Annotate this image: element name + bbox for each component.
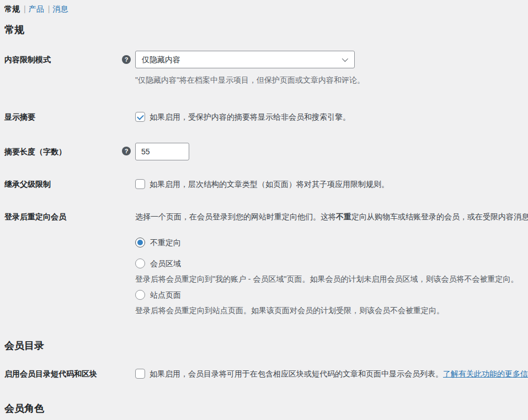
site-page-radio-label: 站点页面	[150, 289, 181, 300]
directory-enable-row: 启用会员目录短代码和区块 如果启用，会员目录将可用于在包含相应区块或短代码的文章…	[4, 368, 528, 379]
redirect-control: 选择一个页面，在会员登录到您的网站时重定向他们。这将不重定向从购物车或结账登录的…	[135, 211, 528, 316]
tab-messages[interactable]: 消息	[52, 4, 68, 13]
members-area-description: 登录后将会员重定向到"我的账户 - 会员区域"页面。如果会员的计划未启用会员区域…	[135, 273, 528, 284]
show-excerpts-text: 如果启用，受保护内容的摘要将显示给非会员和搜索引擎。	[150, 111, 350, 122]
inherit-restrictions-option: 如果启用，层次结构的文章类型（如页面）将对其子项应用限制规则。	[135, 179, 528, 190]
redirect-row: 登录后重定向会员 选择一个页面，在会员登录到您的网站时重定向他们。这将不重定向从…	[4, 211, 528, 316]
inherit-restrictions-checkbox[interactable]	[135, 179, 145, 189]
show-excerpts-control: 如果启用，受保护内容的摘要将显示给非会员和搜索引擎。	[135, 111, 528, 122]
content-restriction-row: 内容限制模式 ? 仅隐藏内容 "仅隐藏内容"将在档案中显示项目，但保护页面或文章…	[4, 51, 528, 85]
redirect-intro-emphasis: 不重	[336, 212, 351, 221]
help-icon[interactable]: ?	[122, 147, 131, 155]
roles-section-heading: 会员角色	[4, 403, 528, 414]
content-restriction-label: 内容限制模式	[4, 51, 135, 65]
site-page-description: 登录后将会员重定向到站点页面。如果该页面对会员的计划受限，则该会员不会被重定向。	[135, 305, 528, 316]
settings-page: 常规|产品|消息 常规 内容限制模式 ? 仅隐藏内容 "仅隐藏内容"将在档案中显…	[0, 0, 528, 414]
show-excerpts-row: 显示摘要 如果启用，受保护内容的摘要将显示给非会员和搜索引擎。	[4, 111, 528, 122]
excerpt-length-row: 摘要长度（字数） ?	[4, 143, 528, 160]
tab-products[interactable]: 产品	[29, 4, 44, 13]
show-excerpts-label: 显示摘要	[4, 111, 135, 122]
directory-enable-control: 如果启用，会员目录将可用于在包含相应区块或短代码的文章和页面中显示会员列表。了解…	[135, 368, 528, 379]
inherit-restrictions-control: 如果启用，层次结构的文章类型（如页面）将对其子项应用限制规则。	[135, 179, 528, 190]
redirect-option-members-area: 会员区域	[135, 258, 528, 269]
directory-enable-text: 如果启用，会员目录将可用于在包含相应区块或短代码的文章和页面中显示会员列表。了解…	[150, 368, 528, 379]
members-area-radio[interactable]	[135, 259, 145, 268]
show-excerpts-option: 如果启用，受保护内容的摘要将显示给非会员和搜索引擎。	[135, 111, 528, 122]
content-restriction-select[interactable]: 仅隐藏内容	[135, 51, 355, 68]
inherit-restrictions-text: 如果启用，层次结构的文章类型（如页面）将对其子项应用限制规则。	[150, 179, 389, 190]
chevron-down-icon	[342, 56, 348, 62]
members-area-radio-label: 会员区域	[150, 258, 181, 269]
directory-enable-label: 启用会员目录短代码和区块	[4, 368, 135, 379]
no-redirect-radio-label: 不重定向	[150, 237, 181, 248]
content-restriction-control: ? 仅隐藏内容 "仅隐藏内容"将在档案中显示项目，但保护页面或文章内容和评论。	[135, 51, 528, 85]
site-page-radio[interactable]	[135, 290, 145, 300]
tab-general[interactable]: 常规	[4, 4, 20, 13]
excerpt-length-label: 摘要长度（字数）	[4, 143, 135, 157]
directory-enable-option: 如果启用，会员目录将可用于在包含相应区块或短代码的文章和页面中显示会员列表。了解…	[135, 368, 528, 379]
directory-enable-checkbox[interactable]	[135, 369, 145, 379]
content-restriction-description: "仅隐藏内容"将在档案中显示项目，但保护页面或文章内容和评论。	[135, 75, 528, 85]
excerpt-length-input[interactable]	[135, 143, 189, 160]
excerpt-length-control: ?	[135, 143, 528, 160]
content-restriction-selected-value: 仅隐藏内容	[142, 55, 180, 64]
redirect-option-no-redirect: 不重定向	[135, 237, 528, 248]
directory-enable-text-main: 如果启用，会员目录将可用于在包含相应区块或短代码的文章和页面中显示会员列表。	[150, 369, 443, 378]
redirect-option-site-page: 站点页面	[135, 289, 528, 300]
redirect-intro-pre: 选择一个页面，在会员登录到您的网站时重定向他们。这将	[135, 212, 336, 221]
help-icon[interactable]: ?	[122, 55, 131, 64]
redirect-intro: 选择一个页面，在会员登录到您的网站时重定向他们。这将不重定向从购物车或结账登录的…	[135, 211, 528, 222]
inherit-restrictions-row: 继承父级限制 如果启用，层次结构的文章类型（如页面）将对其子项应用限制规则。	[4, 179, 528, 190]
redirect-intro-post: 定向从购物车或结账登录的会员，或在受限内容消息	[351, 212, 528, 221]
tab-separator: |	[24, 4, 26, 13]
no-redirect-radio[interactable]	[135, 238, 145, 247]
inherit-restrictions-label: 继承父级限制	[4, 179, 135, 190]
settings-tabs: 常规|产品|消息	[4, 4, 528, 13]
tab-separator: |	[48, 4, 50, 13]
redirect-label: 登录后重定向会员	[4, 211, 135, 222]
directory-section-heading: 会员目录	[4, 340, 528, 351]
show-excerpts-checkbox[interactable]	[135, 112, 145, 122]
general-section-heading: 常规	[4, 24, 528, 35]
directory-learn-more-link[interactable]: 了解有关此功能的更多信息	[443, 369, 528, 378]
